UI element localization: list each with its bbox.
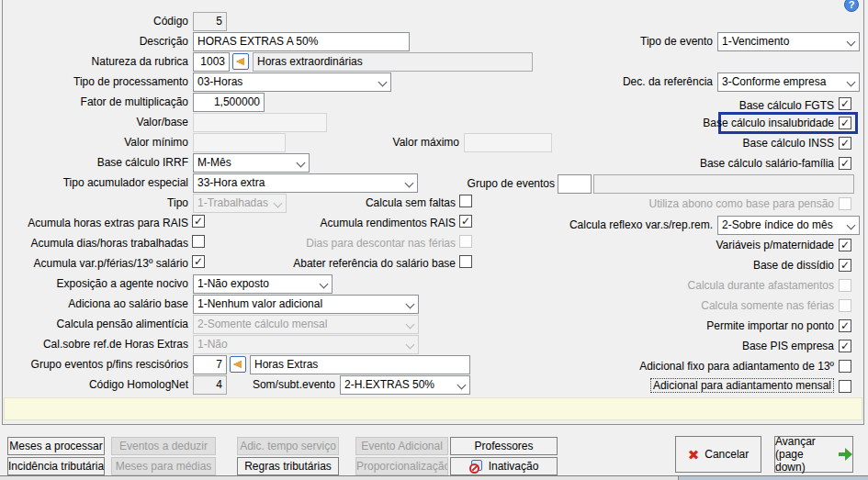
base-calculo-insalubridade-checkbox[interactable]: ✓ — [839, 117, 851, 129]
grupo-eventos-rescisorios-lookup-button[interactable] — [230, 356, 246, 373]
codigo-field: 5 — [193, 12, 227, 31]
valor-minimo-field — [193, 133, 286, 152]
help-icon[interactable]: ? — [844, 0, 859, 12]
cal-sobre-ref-label: Cal.sobre ref.de Horas Extras — [2, 337, 188, 352]
inativacao-button[interactable]: Inativação — [450, 457, 558, 475]
incidencia-tributaria-button[interactable]: Incidência tributária — [7, 457, 105, 475]
adicional-adiantamento-mensal-checkbox[interactable] — [839, 380, 851, 393]
notes-strip — [4, 397, 862, 420]
cancel-x-icon: ✖ — [688, 448, 700, 462]
base-calculo-fgts-label: Base cálculo FGTS — [588, 98, 834, 113]
tipo-acumulador-label: Tipo acumulador especial — [2, 175, 188, 190]
descricao-field[interactable]: HORAS EXTRAS A 50% — [193, 32, 410, 51]
natureza-rubrica-code-field[interactable]: 1003 — [193, 52, 230, 72]
cal-sobre-ref-select: 1-Não — [193, 335, 419, 354]
exposicao-agente-nocivo-label: Exposição a agente nocivo — [2, 276, 188, 291]
adiciona-salario-base-select[interactable]: 1-Nenhum valor adicional — [193, 295, 419, 314]
adiciona-salario-base-label: Adiciona ao salário base — [2, 296, 188, 311]
acumula-var-ferias-13-label: Acumula var.p/férias/13º salário — [2, 256, 188, 271]
dec-referencia-label: Dec. da referência — [569, 74, 713, 89]
base-calculo-salario-familia-checkbox[interactable]: ✓ — [839, 157, 851, 170]
natureza-rubrica-lookup-button[interactable] — [232, 53, 249, 70]
base-calculo-insalubridade-label: Base cálculo insalubridade — [588, 116, 834, 130]
calcula-sem-faltas-checkbox[interactable] — [459, 195, 472, 207]
tipo-processamento-select[interactable]: 03-Horas — [193, 73, 391, 92]
pointing-hand-icon — [236, 58, 244, 65]
permite-importar-ponto-checkbox[interactable]: ✓ — [839, 319, 851, 332]
calcula-pensao-label: Calcula pensão alimentícia — [2, 317, 188, 331]
calcula-reflexo-label: Calcula reflexo var.s/rep.rem. — [514, 218, 713, 232]
adic-tempo-servico-button: Adic. tempo serviço — [237, 437, 339, 455]
professores-button[interactable]: Professores — [450, 437, 558, 455]
chevron-down-icon — [320, 280, 329, 289]
calcula-afastamentos-checkbox — [839, 279, 851, 292]
calcula-somente-ferias-checkbox — [839, 299, 851, 312]
utiliza-abono-pensao-checkbox — [839, 197, 851, 210]
tipo-acumulador-select[interactable]: 33-Hora extra — [193, 173, 418, 193]
abater-referencia-checkbox[interactable] — [459, 255, 472, 268]
dias-descontar-ferias-label: Dias para descontar nas férias — [276, 236, 456, 251]
inativacao-icon — [469, 460, 484, 474]
fator-multiplicacao-label: Fator de multiplicação — [2, 95, 188, 109]
base-dissidio-label: Base de dissídio — [588, 258, 834, 273]
base-calculo-fgts-checkbox[interactable]: ✓ — [839, 97, 851, 110]
base-calculo-salario-familia-label: Base cálculo salário-família — [588, 156, 834, 171]
regras-tributarias-button[interactable]: Regras tributárias — [237, 457, 339, 475]
grupo-eventos-rescisorios-label: Grupo eventos p/fins rescisórios — [2, 357, 188, 372]
chevron-down-icon — [457, 381, 467, 390]
base-pis-empresa-label: Base PIS empresa — [588, 339, 834, 353]
avancar-button[interactable]: Avançar(page down) — [774, 436, 853, 473]
calcula-pensao-select: 2-Somente cálculo mensal — [193, 315, 419, 334]
acumula-var-ferias-13-checkbox[interactable]: ✓ — [192, 255, 205, 268]
cancelar-button[interactable]: ✖ Cancelar — [675, 436, 761, 473]
exposicao-agente-nocivo-select[interactable]: 1-Não exposto — [193, 274, 333, 294]
chevron-down-icon — [406, 320, 415, 329]
base-calculo-irrf-label: Base cálculo IRRF — [2, 155, 188, 170]
fator-multiplicacao-field[interactable]: 1,500000 — [193, 93, 265, 112]
chevron-down-icon — [847, 38, 856, 47]
dec-referencia-select[interactable]: 3-Conforme empresa — [717, 73, 860, 92]
acumula-rendimentos-rais-checkbox[interactable]: ✓ — [459, 215, 472, 228]
calcula-reflexo-select[interactable]: 2-Sobre índice do mês — [717, 216, 860, 235]
acumula-horas-extras-rais-checkbox[interactable]: ✓ — [192, 215, 205, 228]
base-calculo-inss-label: Base cálculo INSS — [588, 136, 834, 151]
variaveis-maternidade-checkbox[interactable]: ✓ — [839, 239, 851, 251]
base-calculo-irrf-select[interactable]: M-Mês — [193, 153, 310, 173]
natureza-rubrica-label: Natureza da rubrica — [2, 54, 188, 69]
acumula-dias-horas-label: Acumula dias/horas trabalhadas — [2, 236, 188, 251]
grupo-eventos-rescisorios-code-field[interactable]: 7 — [193, 355, 227, 374]
descricao-label: Descrição — [2, 34, 188, 49]
adicional-adiantamento-mensal-label: Adicional para adiantamento mensal — [588, 378, 834, 393]
chevron-down-icon — [847, 78, 856, 87]
base-dissidio-checkbox[interactable]: ✓ — [839, 259, 851, 272]
som-subt-evento-label: Som/subt.evento — [239, 377, 335, 392]
tipo-processamento-label: Tipo de processamento — [2, 74, 188, 89]
proporcionalizacao-button: Proporcionalização — [355, 457, 448, 475]
meses-para-medias-button: Meses para médias — [111, 457, 216, 475]
chevron-down-icon — [406, 300, 415, 309]
grupo-eventos-code-field[interactable] — [558, 174, 592, 194]
meses-a-processar-button[interactable]: Meses a processar — [7, 437, 105, 455]
chevron-down-icon — [847, 221, 856, 230]
chevron-down-icon — [406, 340, 415, 350]
valor-maximo-label: Valor máximo — [349, 135, 459, 150]
codigo-label: Código — [2, 14, 188, 28]
permite-importar-ponto-label: Permite importar no ponto — [588, 318, 834, 333]
base-calculo-inss-checkbox[interactable]: ✓ — [839, 137, 851, 150]
variaveis-maternidade-label: Variáveis p/maternidade — [588, 238, 834, 252]
tipo-select: 1-Trabalhadas — [193, 194, 287, 213]
abater-referencia-label: Abater referência do salário base — [276, 256, 456, 271]
evento-adicional-button: Evento Adicional — [355, 437, 448, 455]
tipo-evento-select[interactable]: 1-Vencimento — [717, 32, 860, 51]
base-pis-empresa-checkbox[interactable]: ✓ — [839, 340, 851, 352]
chevron-down-icon — [405, 179, 414, 188]
status-bar-left — [0, 475, 678, 480]
adicional-fixo-13-checkbox[interactable] — [839, 360, 851, 373]
adicional-fixo-13-label: Adicional fixo para adiantamento de 13º — [588, 359, 834, 374]
acumula-dias-horas-checkbox[interactable] — [192, 235, 205, 248]
valor-maximo-field — [464, 133, 552, 152]
som-subt-evento-select[interactable]: 2-H.EXTRAS 50% — [340, 375, 470, 395]
calcula-afastamentos-label: Calcula durante afastamentos — [588, 278, 834, 293]
valor-base-field — [193, 113, 327, 132]
status-bar-right — [678, 475, 868, 480]
